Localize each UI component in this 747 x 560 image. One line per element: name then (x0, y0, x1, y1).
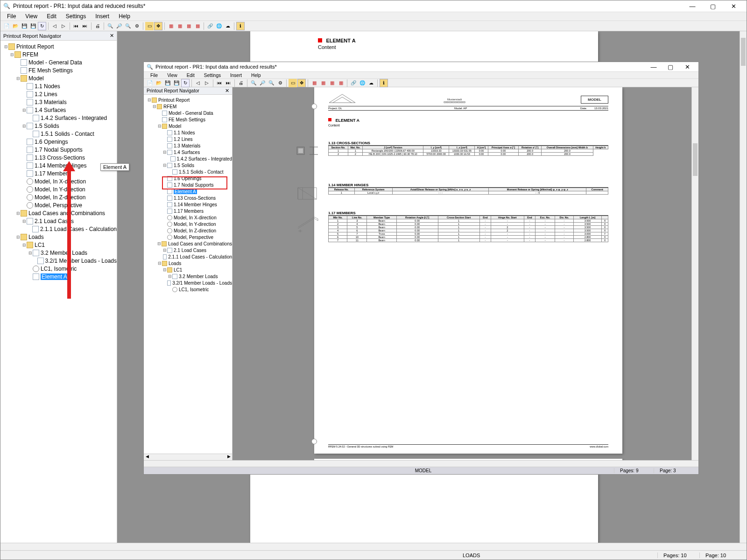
inner-minimize-button[interactable]: — (645, 63, 662, 71)
itb-save-icon[interactable]: 💾 (163, 79, 172, 87)
tree-item[interactable]: FE Mesh Settings (144, 116, 232, 123)
outer-hscrollbar[interactable] (0, 543, 747, 550)
tree-item[interactable]: 1.5.1 Solids - Contact (144, 168, 232, 175)
tb-cloud-icon[interactable]: ☁ (224, 22, 232, 30)
tb-zoom-icon[interactable]: 🔍 (124, 22, 132, 30)
inner-menu-file[interactable]: File (146, 72, 162, 79)
menu-settings[interactable]: Settings (61, 12, 91, 21)
tree-item[interactable]: FE Mesh Settings (0, 66, 117, 74)
itb-last-icon[interactable]: ⏭ (224, 79, 233, 87)
itb-zoom1-icon[interactable]: 🔍 (249, 79, 258, 87)
tree-scroll-left-icon[interactable]: ◀ (144, 454, 150, 460)
tree-item[interactable]: ⊟ RFEM (144, 103, 232, 110)
itb-refresh-icon[interactable]: ↻ (181, 79, 190, 87)
close-button[interactable]: ✕ (723, 1, 744, 11)
itb-first-icon[interactable]: ⏮ (215, 79, 224, 87)
itb-zoom3-icon[interactable]: 🔍 (267, 79, 275, 87)
inner-menu-view[interactable]: View (162, 72, 182, 79)
tb-print-icon[interactable]: 🖨 (93, 22, 102, 30)
itb-globe-icon[interactable]: 🌐 (358, 79, 366, 87)
itb-saveas-icon[interactable]: 💾 (172, 79, 181, 87)
inner-menu-insert[interactable]: Insert (226, 72, 247, 79)
tb-new-icon[interactable]: 📄 (2, 22, 11, 30)
inner-navigator-tree[interactable]: ⊟ Printout Report ⊟ RFEM Model - General… (144, 95, 232, 454)
itb-new-icon[interactable]: 📄 (146, 79, 154, 87)
tree-item[interactable]: Model, Perspective (0, 201, 117, 209)
tb-save-icon[interactable]: 💾 (20, 22, 28, 30)
tb-a2-icon[interactable]: ▦ (176, 22, 184, 30)
tree-item[interactable]: Model, In Y-direction (0, 185, 117, 193)
tree-item[interactable]: 1.14 Member Hinges (0, 161, 117, 169)
tb-saveas-icon[interactable]: 💾 (29, 22, 37, 30)
tree-item[interactable]: Model, In X-direction (144, 214, 232, 221)
tree-item[interactable]: ⊟ Load Cases and Combinations (144, 240, 232, 247)
tree-item[interactable]: ⊟ Load Cases and Combinations (0, 209, 117, 217)
tree-item[interactable]: ⊟ RFEM (0, 50, 117, 58)
tree-item[interactable]: LC1, Isometric (144, 286, 232, 293)
tree-item[interactable]: ⊟ 3.2 Member Loads (144, 273, 232, 280)
tree-item[interactable]: ⊟ Loads (144, 260, 232, 266)
tb-open-icon[interactable]: 📂 (11, 22, 20, 30)
tree-item[interactable]: Model, In X-direction (0, 177, 117, 185)
itb-a4-icon[interactable]: ▦ (337, 79, 345, 87)
tb-info-icon[interactable]: ℹ (236, 22, 245, 30)
tb-zoomout-icon[interactable]: 🔍 (106, 22, 114, 30)
tree-item[interactable]: ⊟ Model (0, 74, 117, 82)
tree-item[interactable]: 1.1 Nodes (144, 129, 232, 136)
tb-refresh-icon[interactable]: ↻ (38, 22, 46, 30)
tree-item[interactable]: Model, In Y-direction (144, 221, 232, 227)
inner-vscrollbar[interactable] (691, 87, 698, 460)
tree-item[interactable]: 1.13 Cross-Sections (144, 195, 232, 201)
tb-a4-icon[interactable]: ▦ (193, 22, 202, 30)
inner-menu-help[interactable]: Help (247, 72, 266, 79)
tree-scroll-right-icon[interactable]: ▶ (226, 454, 232, 460)
tb-a3-icon[interactable]: ▦ (184, 22, 193, 30)
tree-item[interactable]: 1.4.2 Surfaces - Integrated (144, 155, 232, 162)
tree-item[interactable]: 1.17 Members (144, 208, 232, 214)
tree-item[interactable]: ⊟ 2.1 Load Cases (0, 217, 117, 225)
tb-select-icon[interactable]: ▭ (145, 22, 154, 30)
tree-item[interactable]: ⊟ 1.4 Surfaces (144, 149, 232, 155)
itb-open-icon[interactable]: 📂 (155, 79, 163, 87)
tree-item[interactable]: 1.5.1 Solids - Contact (0, 130, 117, 138)
itb-select-icon[interactable]: ▭ (289, 79, 297, 87)
tb-link-icon[interactable]: 🔗 (206, 22, 214, 30)
inner-hscrollbar[interactable] (144, 460, 698, 467)
tree-item[interactable]: Model - General Data (144, 110, 232, 116)
tree-item[interactable]: 3.2/1 Member Loads - Loads (0, 257, 117, 265)
tree-item[interactable]: 1.2 Lines (144, 136, 232, 142)
inner-menu-edit[interactable]: Edit (182, 72, 199, 79)
tb-zoomin-icon[interactable]: 🔎 (115, 22, 123, 30)
itb-zoom2-icon[interactable]: 🔎 (258, 79, 267, 87)
tree-item[interactable]: ⊟ Printout Report (144, 97, 232, 103)
tree-item[interactable]: ⊟ 2.1 Load Cases (144, 247, 232, 253)
tree-item[interactable]: ⊟ 1.5 Solids (0, 122, 117, 130)
inner-menu-settings[interactable]: Settings (199, 72, 226, 79)
outer-vscrollbar[interactable] (740, 31, 747, 543)
tree-item[interactable]: 1.1 Nodes (0, 82, 117, 90)
menu-view[interactable]: View (21, 12, 42, 21)
tree-item[interactable]: 1.6 Openings (0, 138, 117, 146)
menu-file[interactable]: File (2, 12, 21, 21)
itb-a2-icon[interactable]: ▦ (319, 79, 327, 87)
tb-next-icon[interactable]: ▷ (59, 22, 68, 30)
tree-item[interactable]: 2.1.1 Load Cases - Calculation (144, 253, 232, 260)
tree-item[interactable]: Model - General Data (0, 58, 117, 66)
itb-info-icon[interactable]: ℹ (380, 79, 388, 87)
itb-print-icon[interactable]: 🖨 (237, 79, 245, 87)
navigator-close-icon[interactable]: ✕ (110, 33, 114, 39)
tb-move-icon[interactable]: ✥ (154, 22, 162, 30)
tree-item[interactable]: ⊟ 1.5 Solids (144, 162, 232, 168)
tree-item[interactable]: 1.17 Members (0, 169, 117, 177)
tb-gear-icon[interactable]: ⚙ (133, 22, 141, 30)
itb-prev-icon[interactable]: ◁ (194, 79, 202, 87)
tree-item[interactable]: Model, In Z-direction (0, 193, 117, 201)
tree-item[interactable]: ⊟ 3.2 Member Loads (0, 249, 117, 257)
menu-help[interactable]: Help (114, 12, 135, 21)
tree-item[interactable]: ⊟ Model (144, 123, 232, 129)
tb-globe-icon[interactable]: 🌐 (215, 22, 223, 30)
tb-first-icon[interactable]: ⏮ (72, 22, 80, 30)
tree-item[interactable]: Model, Perspective (144, 234, 232, 240)
tb-a1-icon[interactable]: ▦ (167, 22, 175, 30)
inner-close-button[interactable]: ✕ (679, 63, 696, 71)
